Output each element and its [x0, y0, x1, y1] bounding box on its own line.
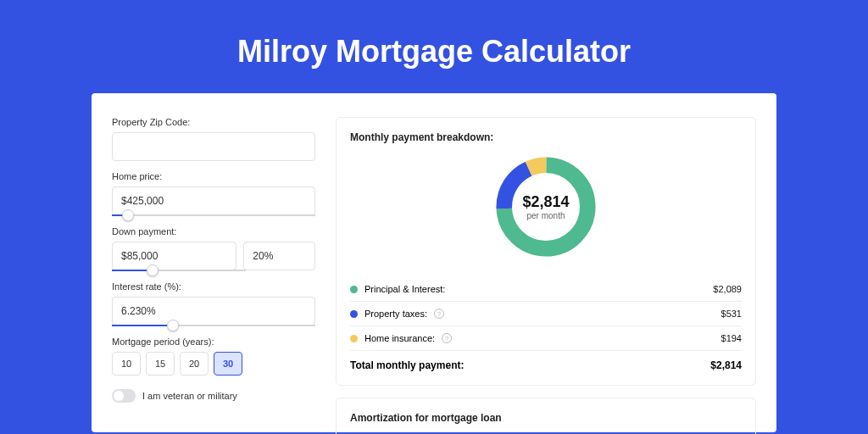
legend-row: Home insurance:?$194	[350, 326, 742, 350]
donut-chart: $2,814 per month	[350, 152, 742, 262]
legend-label: Principal & Interest:	[364, 284, 445, 294]
legend-label: Home insurance:	[364, 333, 435, 343]
donut-amount: $2,814	[522, 193, 569, 211]
interest-rate-label: Interest rate (%):	[112, 281, 315, 292]
down-payment-amount-input[interactable]	[112, 242, 236, 270]
period-label: Mortgage period (years):	[112, 337, 315, 347]
zip-label: Property Zip Code:	[112, 117, 315, 127]
interest-rate-slider[interactable]	[112, 325, 315, 326]
down-payment-field: Down payment:	[112, 226, 315, 271]
legend-dot	[350, 335, 358, 342]
period-options: 10152030	[112, 352, 315, 376]
total-row: Total monthly payment: $2,814	[350, 350, 742, 371]
legend-value: $531	[721, 309, 742, 319]
info-icon[interactable]: ?	[442, 333, 452, 343]
legend-label: Property taxes:	[364, 309, 427, 319]
legend-dot	[350, 310, 358, 318]
donut-sub: per month	[526, 211, 565, 220]
zip-field: Property Zip Code:	[112, 117, 315, 161]
breakdown-panel: Monthly payment breakdown: $2,814 per mo…	[336, 117, 756, 386]
legend-value: $194	[721, 333, 742, 343]
period-option-15[interactable]: 15	[146, 352, 175, 376]
veteran-row: I am veteran or military	[112, 389, 315, 403]
toggle-thumb	[114, 391, 124, 401]
legend: Principal & Interest:$2,089Property taxe…	[350, 277, 742, 350]
legend-dot	[350, 286, 358, 293]
period-field: Mortgage period (years): 10152030	[112, 337, 315, 376]
period-option-10[interactable]: 10	[112, 352, 141, 376]
period-option-20[interactable]: 20	[180, 352, 209, 376]
down-payment-slider[interactable]	[112, 270, 246, 271]
total-label: Total monthly payment:	[350, 359, 464, 371]
home-price-label: Home price:	[112, 171, 315, 181]
interest-rate-input[interactable]	[112, 297, 315, 326]
amortization-panel: Amortization for mortgage loan Amortizat…	[336, 398, 756, 434]
page-title: Milroy Mortgage Calculator	[92, 34, 776, 70]
veteran-toggle[interactable]	[112, 389, 136, 403]
amortization-title: Amortization for mortgage loan	[350, 412, 742, 424]
info-icon[interactable]: ?	[434, 309, 444, 319]
zip-input[interactable]	[112, 132, 315, 161]
home-price-field: Home price:	[112, 171, 315, 216]
slider-thumb[interactable]	[122, 209, 134, 221]
veteran-label: I am veteran or military	[142, 391, 237, 401]
breakdown-title: Monthly payment breakdown:	[350, 131, 742, 143]
slider-thumb[interactable]	[147, 264, 159, 276]
home-price-slider[interactable]	[112, 214, 315, 216]
legend-value: $2,089	[713, 284, 742, 294]
total-value: $2,814	[710, 359, 742, 371]
legend-row: Principal & Interest:$2,089	[350, 277, 742, 301]
legend-row: Property taxes:?$531	[350, 301, 742, 326]
down-payment-pct-input[interactable]	[243, 242, 315, 270]
interest-rate-field: Interest rate (%):	[112, 281, 315, 326]
down-payment-label: Down payment:	[112, 226, 315, 236]
results-panel: Monthly payment breakdown: $2,814 per mo…	[336, 117, 756, 432]
input-panel: Property Zip Code: Home price: Down paym…	[112, 117, 315, 432]
calculator-card: Property Zip Code: Home price: Down paym…	[92, 93, 776, 432]
slider-thumb[interactable]	[167, 320, 179, 331]
home-price-input[interactable]	[112, 186, 315, 215]
period-option-30[interactable]: 30	[214, 352, 242, 376]
